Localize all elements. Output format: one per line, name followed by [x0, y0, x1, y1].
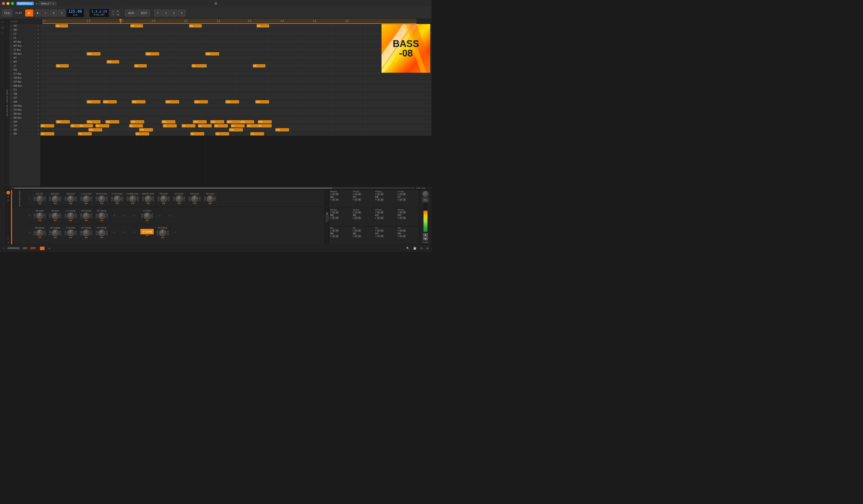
record-button[interactable]: ● [42, 10, 49, 16]
clip-16[interactable]: G#1 [132, 100, 146, 103]
arrange-row-13[interactable] [40, 76, 432, 80]
track-header-ch[interactable]: 1 CH ◀ [9, 124, 40, 128]
plus-btn[interactable]: + [96, 214, 98, 216]
plus-btn[interactable]: + [204, 197, 206, 199]
clip-52[interactable]: C1 [250, 132, 264, 136]
plus-btn[interactable]: + [65, 197, 67, 199]
arrange-row-10[interactable]: F2E2E2E2E2F2 [40, 64, 432, 68]
track-header-lc[interactable]: 1 LC ◀ [9, 32, 40, 36]
clip-3[interactable]: D3 [257, 24, 269, 27]
clip-14[interactable]: G#1 [87, 100, 100, 103]
minus-btn-2[interactable]: - [106, 233, 108, 235]
knob-control[interactable] [83, 229, 90, 236]
clip-21[interactable]: D#1 [56, 120, 70, 124]
clip-46[interactable]: C#1 [275, 128, 289, 131]
s-btn[interactable]: S [399, 229, 402, 232]
minimize-button[interactable] [7, 2, 10, 5]
stop-button[interactable]: ■ [34, 10, 41, 16]
overdub-button[interactable]: ⊡ [58, 10, 65, 16]
m-btn2[interactable]: M [380, 217, 384, 219]
minus-btn-2[interactable]: - [44, 199, 46, 201]
minus-btn-2[interactable]: - [199, 199, 201, 201]
minus-btn-2[interactable]: - [44, 216, 46, 218]
plus-btn[interactable]: + [49, 214, 51, 216]
minus-btn[interactable]: - [65, 199, 67, 201]
cy-long-button[interactable]: CY Long [140, 229, 154, 235]
clip-15[interactable]: G#1 [103, 100, 117, 103]
mix-nav[interactable]: MIX [23, 247, 27, 250]
tempo-display[interactable]: 125.00 4/4 [66, 9, 84, 17]
add-knob-btn[interactable]: + [113, 213, 115, 218]
arrange-row-8[interactable] [40, 56, 432, 60]
s-btn2[interactable]: S [399, 217, 402, 219]
clip-24[interactable]: D#1 [130, 120, 144, 124]
track-header-ht[interactable]: 1 HT ◀ [9, 56, 40, 60]
arrange-row-2[interactable] [40, 32, 432, 36]
clip-50[interactable]: C1 [190, 132, 204, 136]
position-display[interactable]: 1.3.2.23 0:01.107 [89, 9, 110, 17]
add-knob-btn[interactable]: + [174, 230, 176, 235]
bottom-icon-2[interactable]: ● [8, 238, 9, 240]
minus-btn[interactable]: - [34, 199, 36, 201]
sidebar-icon-2[interactable]: ⊞ [1, 25, 5, 29]
play-label-button[interactable]: PLAY [13, 10, 24, 16]
track-header-ch-acc[interactable]: 1 CH Acc ◀ [9, 108, 40, 112]
knob-control[interactable] [176, 196, 183, 202]
track-header-cb[interactable]: 1 CB ◀ [9, 92, 40, 96]
play-tri[interactable] [330, 212, 332, 213]
plus-btn-2[interactable]: + [214, 197, 216, 199]
add-button[interactable]: ADD [125, 10, 137, 16]
s-btn[interactable]: S [399, 193, 402, 196]
clip-39[interactable]: D1 [214, 124, 228, 127]
redo-button[interactable]: ↪ [162, 10, 170, 16]
plus-btn-2[interactable]: + [44, 197, 46, 199]
m-btn2[interactable]: M [358, 235, 361, 237]
m-btn[interactable]: M [403, 229, 406, 232]
clip-37[interactable]: D1 [182, 124, 196, 127]
minus-btn[interactable]: - [49, 216, 51, 218]
minus-btn[interactable]: - [49, 199, 51, 201]
minus-btn[interactable]: - [49, 233, 51, 235]
bottom-icon-1[interactable]: ≡ [8, 235, 9, 237]
clip-2[interactable]: D3 [189, 24, 202, 27]
play-tri2[interactable] [398, 217, 399, 219]
play-tri2[interactable] [375, 199, 376, 200]
plus-btn[interactable]: + [65, 231, 67, 233]
knob-control[interactable] [52, 229, 59, 236]
clip-38[interactable]: D1 [198, 124, 212, 127]
track-header-bd[interactable]: 1 BD ◀ [9, 132, 40, 136]
s-btn2[interactable]: S [332, 217, 335, 219]
minus-btn[interactable]: - [204, 199, 206, 201]
minus-btn-2[interactable]: - [59, 233, 61, 235]
m-btn[interactable]: M [336, 229, 339, 232]
plus-btn-2[interactable]: + [75, 231, 77, 233]
play-tri2[interactable] [353, 217, 354, 219]
minus-btn[interactable]: - [189, 199, 191, 201]
knob-control[interactable] [98, 229, 105, 236]
play-tri[interactable] [330, 230, 332, 231]
arrange-row-6[interactable] [40, 48, 432, 52]
fx-button[interactable]: FX [422, 198, 428, 202]
m-btn[interactable]: M [336, 193, 339, 196]
add-knob-btn[interactable]: + [123, 230, 125, 235]
m-btn[interactable]: M [358, 193, 361, 196]
sg-3[interactable] [326, 217, 327, 218]
info-icon[interactable]: i [3, 247, 3, 250]
m-btn[interactable]: M [358, 211, 361, 214]
clip-1[interactable]: D3 [130, 24, 143, 27]
track-header-mt[interactable]: 1 MT ◀ [9, 60, 40, 64]
minus-btn[interactable]: - [173, 199, 175, 201]
track-header-lt-acc[interactable]: 1 LT Acc ◀ [9, 48, 40, 52]
plus-btn-2[interactable]: + [59, 214, 61, 216]
minus-btn[interactable]: - [141, 216, 143, 218]
arrange-row-18[interactable] [40, 96, 432, 100]
clip-44[interactable]: C#1 [139, 128, 153, 131]
plus-btn-2[interactable]: + [44, 214, 46, 216]
close-button[interactable] [2, 2, 5, 5]
clip-13[interactable]: F2 [192, 64, 204, 67]
clip-40[interactable]: D1 [231, 124, 245, 127]
grid-icon[interactable]: ⊞ [12, 20, 14, 23]
undo-button[interactable]: ↩ [154, 10, 161, 16]
track-header-cb-acc[interactable]: 1 CB Acc ◀ [9, 76, 40, 80]
folder-icon[interactable]: ⊟ [7, 199, 9, 201]
